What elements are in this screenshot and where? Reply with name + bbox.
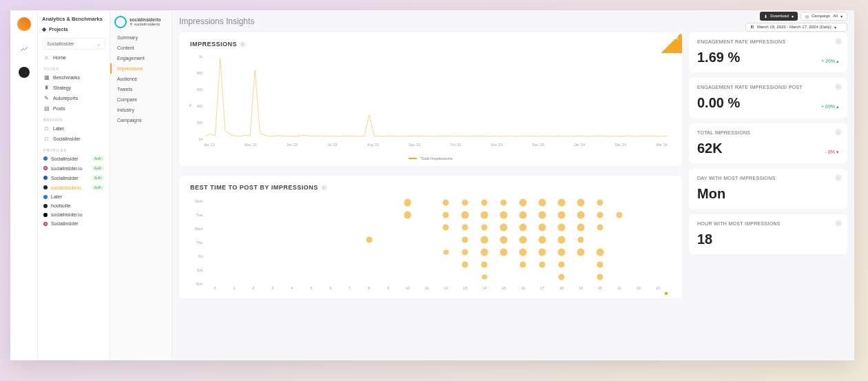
heatmap-cell[interactable] bbox=[481, 236, 488, 244]
analytics-icon[interactable] bbox=[19, 43, 30, 54]
heatmap-cell[interactable] bbox=[462, 224, 468, 230]
heatmap-cell[interactable] bbox=[500, 249, 508, 256]
heatmap-cell[interactable] bbox=[539, 236, 546, 244]
subnav-item-impressions[interactable]: Impressions bbox=[110, 63, 172, 74]
heatmap-cell[interactable] bbox=[539, 199, 546, 207]
info-icon[interactable]: i bbox=[835, 38, 842, 45]
heatmap-cell[interactable] bbox=[519, 212, 527, 219]
profile-item[interactable]: SocialinsiderAuth bbox=[38, 154, 110, 163]
subnav-item-audience[interactable]: Audience bbox=[110, 74, 172, 84]
info-icon[interactable]: i bbox=[835, 129, 842, 136]
profile-item[interactable]: hootsuite bbox=[38, 201, 110, 210]
heatmap-cell[interactable] bbox=[597, 261, 603, 267]
heatmap-cell[interactable] bbox=[404, 212, 411, 219]
brand-logo-icon[interactable] bbox=[17, 17, 31, 31]
heatmap-cell[interactable] bbox=[482, 274, 487, 279]
heatmap-cell[interactable] bbox=[539, 212, 546, 219]
heatmap-cell[interactable] bbox=[500, 236, 508, 244]
heatmap-cell[interactable] bbox=[501, 199, 507, 205]
heatmap-cell[interactable] bbox=[444, 249, 448, 254]
profile-item[interactable]: Socialinsider bbox=[38, 219, 110, 228]
heatmap-cell[interactable] bbox=[404, 199, 411, 207]
download-button[interactable]: ⬇ Download ▾ bbox=[760, 12, 798, 21]
heatmap-cell[interactable] bbox=[500, 212, 508, 219]
user-avatar-icon[interactable] bbox=[19, 67, 30, 78]
date-range-select[interactable]: 🗓 March 18, 2023 - March 17, 2024 (Daily… bbox=[745, 23, 847, 32]
info-icon[interactable]: i bbox=[835, 174, 842, 181]
subnav-item-summary[interactable]: Summary bbox=[110, 32, 172, 43]
heatmap-cell[interactable] bbox=[519, 224, 527, 231]
heatmap-cell[interactable] bbox=[597, 249, 604, 256]
heatmap-cell[interactable] bbox=[597, 212, 603, 218]
subnav-item-engagement[interactable]: Engagement bbox=[110, 53, 172, 63]
heatmap-cell[interactable] bbox=[597, 199, 603, 205]
heatmap-cell[interactable] bbox=[482, 224, 488, 230]
profile-item[interactable]: socialinsider.ioAuth bbox=[38, 163, 110, 173]
heatmap-cell[interactable] bbox=[462, 199, 468, 205]
heatmap-cell[interactable] bbox=[462, 261, 468, 267]
heatmap-cell[interactable] bbox=[520, 261, 526, 267]
heatmap-cell[interactable] bbox=[558, 249, 566, 256]
heatmap-cell[interactable] bbox=[519, 199, 527, 207]
heatmap-day-label: Wed bbox=[190, 227, 203, 231]
heatmap-cell[interactable] bbox=[481, 212, 488, 219]
heatmap-cell[interactable] bbox=[577, 224, 585, 231]
heatmap-cell[interactable] bbox=[539, 249, 546, 256]
heatmap-cell[interactable] bbox=[577, 212, 585, 219]
heatmap-cell[interactable] bbox=[558, 224, 566, 231]
nav-autoreports[interactable]: ✎Autoreports bbox=[38, 93, 110, 103]
subnav-item-campaigns[interactable]: Campaigns bbox=[110, 115, 172, 125]
heatmap-cell[interactable] bbox=[443, 199, 449, 205]
heatmap-cell[interactable] bbox=[577, 249, 585, 256]
heatmap-cell[interactable] bbox=[519, 236, 527, 244]
heatmap-cell[interactable] bbox=[558, 199, 566, 207]
heatmap-cell[interactable] bbox=[539, 224, 546, 231]
heatmap-cell[interactable] bbox=[559, 261, 565, 267]
heatmap-cell[interactable] bbox=[558, 236, 566, 244]
info-icon[interactable]: i bbox=[321, 185, 327, 191]
subnav-item-compare[interactable]: Compare bbox=[110, 94, 172, 105]
heatmap-cell[interactable] bbox=[617, 212, 623, 218]
profile-item[interactable]: socialinsider.io bbox=[38, 210, 110, 219]
info-icon[interactable]: i bbox=[835, 83, 842, 90]
heatmap-cell[interactable] bbox=[558, 212, 566, 219]
heatmap-cell[interactable] bbox=[481, 249, 488, 256]
project-select[interactable]: Socialinsider ⌄ bbox=[42, 38, 105, 50]
profile-item[interactable]: Later bbox=[38, 192, 110, 201]
campaign-select[interactable]: ◎ Campaign All ▾ bbox=[800, 12, 847, 21]
heatmap-cell[interactable] bbox=[443, 212, 449, 218]
nav-posts[interactable]: ▤Posts bbox=[38, 103, 110, 114]
heatmap-day-label: Thu bbox=[190, 240, 203, 245]
heatmap-cell[interactable] bbox=[500, 224, 508, 231]
subnav-item-content[interactable]: Content bbox=[110, 43, 172, 53]
heatmap-cell[interactable] bbox=[462, 249, 468, 255]
nav-benchmarks[interactable]: ▦Benchmarks bbox=[38, 72, 110, 83]
subnav-brand[interactable]: socialinsiderio ✕ socialinsiderio bbox=[110, 14, 172, 32]
expand-chart-button[interactable] bbox=[661, 32, 682, 53]
heatmap-cell[interactable] bbox=[597, 224, 603, 230]
heatmap-cell[interactable] bbox=[462, 236, 468, 243]
heatmap-cell[interactable] bbox=[539, 261, 546, 267]
heatmap-cell[interactable] bbox=[366, 236, 372, 243]
nav-home[interactable]: ⌂ Home bbox=[38, 52, 110, 63]
heatmap-cell[interactable] bbox=[578, 236, 584, 243]
profile-item[interactable]: SocialinsiderAuth bbox=[38, 173, 110, 183]
info-icon[interactable]: i bbox=[835, 220, 842, 227]
nav-brand-later[interactable]: □Later bbox=[38, 123, 110, 134]
network-icon bbox=[43, 166, 48, 170]
subnav-item-industry[interactable]: Industry bbox=[110, 105, 172, 115]
heatmap-cell[interactable] bbox=[482, 199, 488, 205]
subnav-item-tweets[interactable]: Tweets bbox=[110, 84, 172, 94]
profile-item[interactable]: socialinsiderioAuth bbox=[38, 183, 110, 192]
heatmap-cell[interactable] bbox=[597, 274, 603, 280]
heatmap-cell[interactable] bbox=[482, 261, 488, 267]
heatmap-cell[interactable] bbox=[519, 249, 527, 256]
heatmap-cell[interactable] bbox=[443, 224, 449, 230]
nav-strategy[interactable]: ♜Strategy bbox=[38, 83, 110, 93]
nav-profiles-head: PROFILES bbox=[38, 144, 110, 154]
info-icon[interactable]: i bbox=[240, 41, 246, 48]
heatmap-cell[interactable] bbox=[462, 212, 469, 219]
nav-brand-socialinsider[interactable]: □Socialinsider bbox=[38, 134, 110, 144]
heatmap-cell[interactable] bbox=[577, 199, 585, 207]
heatmap-cell[interactable] bbox=[559, 274, 565, 280]
